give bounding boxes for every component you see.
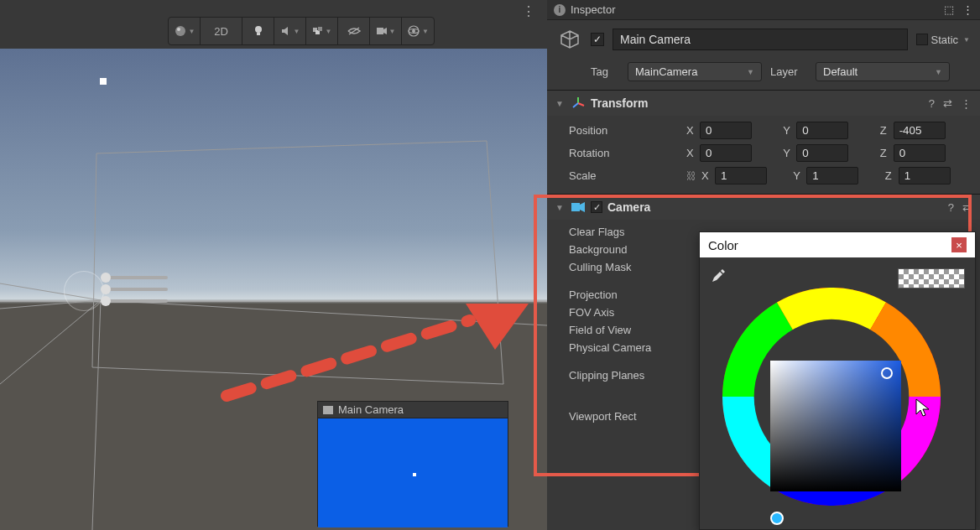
help-icon[interactable]: ? xyxy=(948,201,954,214)
camera-component-icon xyxy=(571,200,586,215)
lock-icon[interactable]: ⬚ xyxy=(944,3,954,16)
physical-camera-label: Physical Camera xyxy=(569,341,686,354)
color-picker-popup: Color × xyxy=(699,231,976,530)
fx-toggle-button[interactable]: ▼ xyxy=(306,18,338,44)
culling-mask-label: Culling Mask xyxy=(569,261,686,273)
transform-handle[interactable] xyxy=(100,78,107,85)
color-picker-title: Color xyxy=(708,238,738,252)
dropdown-arrow-icon: ▼ xyxy=(326,28,332,35)
sv-cursor[interactable] xyxy=(881,367,893,379)
transform-title: Transform xyxy=(591,96,648,110)
preview-title: Main Camera xyxy=(338,403,404,416)
saturation-value-square[interactable] xyxy=(770,361,901,491)
dropdown-arrow-icon: ▼ xyxy=(422,28,429,35)
gameobject-enabled-checkbox[interactable]: ✓ xyxy=(591,33,604,46)
scene-toolbar: ▼ 2D ▼ ▼ ▼ ▼ xyxy=(168,17,435,45)
color-swatch[interactable] xyxy=(898,268,965,288)
info-icon: i xyxy=(554,4,566,16)
position-label: Position xyxy=(569,124,686,137)
rotation-z-field[interactable] xyxy=(894,144,946,162)
eyedropper-icon[interactable] xyxy=(710,268,727,288)
gameobject-header: ✓ Static ▼ xyxy=(547,20,980,59)
preview-header[interactable]: Main Camera xyxy=(318,402,508,418)
static-checkbox[interactable]: Static ▼ xyxy=(916,34,970,46)
svg-line-13 xyxy=(92,300,101,530)
svg-line-15 xyxy=(96,141,487,153)
svg-line-20 xyxy=(0,300,101,384)
clipping-planes-label: Clipping Planes xyxy=(569,369,686,382)
eye-off-icon xyxy=(347,26,361,36)
scene-view: ⋮ ▼ 2D ▼ ▼ ▼ ▼ xyxy=(0,0,547,530)
svg-line-24 xyxy=(573,103,578,107)
tag-label: Tag xyxy=(591,65,619,78)
lighting-toggle-button[interactable] xyxy=(242,18,274,44)
svg-line-23 xyxy=(578,103,584,106)
dropdown-arrow-icon: ▼ xyxy=(294,28,300,35)
background-label: Background xyxy=(569,243,686,256)
mouse-cursor-icon xyxy=(915,398,931,422)
sphere-icon xyxy=(174,24,187,38)
scale-x-field[interactable] xyxy=(715,167,767,184)
dropdown-arrow-icon: ▼ xyxy=(963,36,970,44)
scale-y-field[interactable] xyxy=(806,167,858,184)
help-icon[interactable]: ? xyxy=(929,97,935,110)
projection-label: Projection xyxy=(569,288,686,301)
preview-render xyxy=(318,418,508,527)
foldout-icon[interactable]: ▼ xyxy=(555,99,566,108)
component-menu-icon[interactable]: ⋮ xyxy=(961,97,972,110)
viewport-rect-label: Viewport Rect xyxy=(569,410,686,423)
svg-line-18 xyxy=(487,141,503,384)
svg-rect-3 xyxy=(257,33,260,35)
camera-toggle-button[interactable]: ▼ xyxy=(370,18,402,44)
audio-toggle-button[interactable]: ▼ xyxy=(274,18,306,44)
field-of-view-label: Field of View xyxy=(569,324,686,336)
svg-point-0 xyxy=(175,26,185,36)
rotation-y-field[interactable] xyxy=(796,144,848,162)
layer-dropdown[interactable]: Default▼ xyxy=(816,62,950,81)
position-x-field[interactable] xyxy=(700,122,752,139)
fx-icon xyxy=(312,25,324,37)
fov-axis-label: FOV Axis xyxy=(569,306,686,319)
svg-point-2 xyxy=(255,26,262,33)
visibility-toggle-button[interactable] xyxy=(338,18,370,44)
camera-preview-panel: Main Camera xyxy=(317,401,508,527)
close-icon[interactable]: × xyxy=(951,237,967,252)
dropdown-arrow-icon: ▼ xyxy=(189,28,195,35)
cube-icon xyxy=(557,27,582,52)
scene-menu-icon[interactable]: ⋮ xyxy=(522,3,535,19)
camera-icon xyxy=(323,406,333,414)
gizmo-globe-icon xyxy=(407,24,420,38)
clear-flags-label: Clear Flags xyxy=(569,226,686,238)
camera-title: Camera xyxy=(607,200,650,214)
svg-rect-25 xyxy=(571,203,580,211)
rotation-label: Rotation xyxy=(569,147,686,159)
position-y-field[interactable] xyxy=(796,122,848,139)
rotation-x-field[interactable] xyxy=(700,144,752,162)
tag-dropdown[interactable]: MainCamera▼ xyxy=(628,62,762,81)
2d-toggle-button[interactable]: 2D xyxy=(201,18,242,44)
preset-icon[interactable]: ⇄ xyxy=(943,97,952,110)
camera-icon xyxy=(376,27,388,35)
transform-component: ▼ Transform ? ⇄ ⋮ Position X Y Z Rotat xyxy=(547,90,980,194)
gameobject-name-field[interactable] xyxy=(612,29,908,50)
svg-point-1 xyxy=(177,28,180,31)
layer-label: Layer xyxy=(770,65,807,78)
scale-label: Scale xyxy=(569,169,686,182)
inspector-tab-title: Inspector xyxy=(571,3,615,16)
hue-cursor[interactable] xyxy=(770,512,784,525)
svg-point-11 xyxy=(412,29,415,33)
svg-line-21 xyxy=(101,300,547,325)
shading-mode-button[interactable]: ▼ xyxy=(169,18,201,44)
svg-line-16 xyxy=(92,153,96,367)
position-z-field[interactable] xyxy=(894,122,946,139)
panel-menu-icon[interactable]: ⋮ xyxy=(962,3,973,16)
gizmo-toggle-button[interactable]: ▼ xyxy=(402,18,434,44)
camera-enabled-checkbox[interactable]: ✓ xyxy=(591,201,602,213)
link-icon[interactable]: ⛓ xyxy=(686,170,696,182)
svg-rect-6 xyxy=(318,27,322,31)
foldout-icon[interactable]: ▼ xyxy=(555,203,566,212)
scale-z-field[interactable] xyxy=(899,167,951,184)
preset-icon[interactable]: ⇄ xyxy=(962,201,972,214)
speaker-icon xyxy=(280,25,292,37)
inspector-tab[interactable]: i Inspector ⬚ ⋮ xyxy=(547,0,980,20)
